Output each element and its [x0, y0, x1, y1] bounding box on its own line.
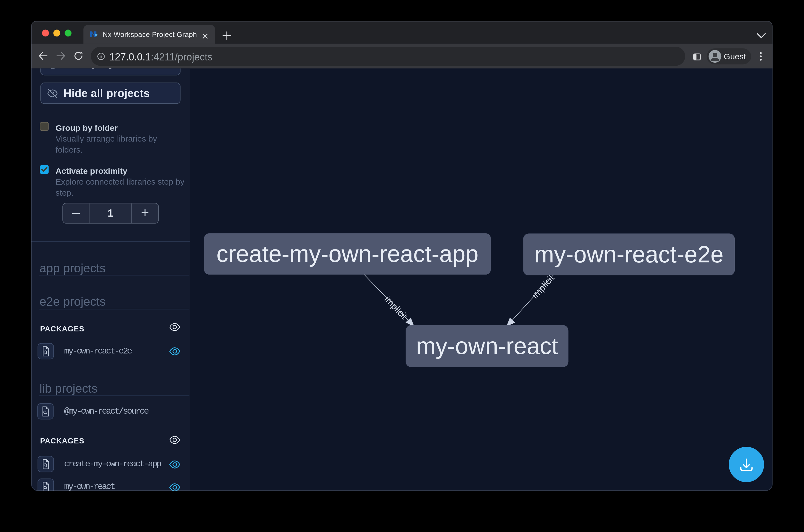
svg-text:implicit: implicit [383, 294, 409, 321]
svg-text:implicit: implicit [530, 273, 556, 300]
